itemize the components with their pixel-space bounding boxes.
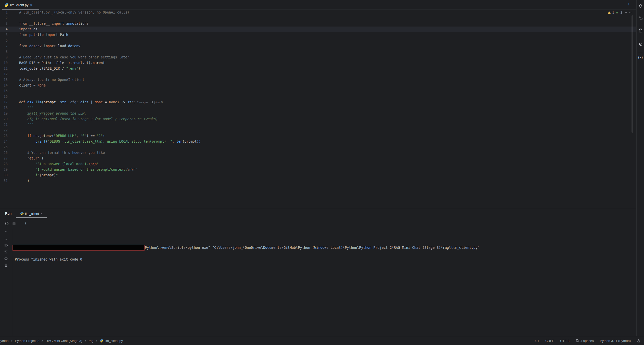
code-line[interactable]: 2 [0,15,636,21]
soft-wrap-icon[interactable] [0,242,12,249]
code-line[interactable]: 4import os [0,27,636,32]
code-line[interactable]: 25 [0,144,636,150]
rerun-button[interactable] [5,221,9,226]
variables-x-icon[interactable]: (x) [637,54,644,61]
editor-scrollbar[interactable] [632,15,633,133]
line-number[interactable]: 22 [0,128,8,133]
run-options-kebab-icon[interactable]: ⋮ [24,221,28,226]
line-number[interactable]: 4 [0,27,8,32]
code-line[interactable]: 16 [0,94,636,100]
code-line[interactable]: 7from dotenv import load_dotenv [0,43,636,49]
run-tab-close-icon[interactable]: × [41,212,43,215]
code-line[interactable]: 26 # You can format this however you lik… [0,150,636,156]
code-line[interactable]: 29 "I would answer based on this prompt/… [0,167,636,172]
broadcast-chat-icon[interactable] [637,14,644,22]
right-tool-stripe: (x) [636,0,644,336]
code-line[interactable]: 30 f"{prompt}" [0,172,636,178]
tab-close-icon[interactable]: × [30,3,32,7]
line-number[interactable]: 12 [0,71,8,77]
next-issue-chevron-down-icon[interactable] [629,11,632,14]
line-number[interactable]: 17 [0,100,8,105]
code-line[interactable]: 6 [0,38,636,43]
line-number[interactable]: 3 [0,21,8,27]
line-number[interactable]: 30 [0,172,8,178]
code-line[interactable]: 5from pathlib import Path [0,32,636,38]
line-number[interactable]: 31 [0,178,8,184]
breadcrumb-item[interactable]: Python Project 2 [15,339,39,343]
code-line[interactable]: 27 return ( [0,156,636,161]
line-number[interactable]: 26 [0,150,8,156]
caret-position-widget[interactable]: 4:1 [535,339,539,343]
code-line[interactable]: 20 cfg is optional (used in Stage 3 for … [0,116,636,122]
line-number[interactable]: 13 [0,77,8,83]
line-number[interactable]: 2 [0,15,8,21]
line-number[interactable]: 23 [0,133,8,139]
code-line[interactable]: 15 [0,88,636,94]
indent-widget[interactable]: 4 spaces [576,339,594,343]
stop-button[interactable] [12,221,16,226]
line-separator-widget[interactable]: CRLF [545,339,554,343]
line-number[interactable]: 16 [0,94,8,100]
code-line[interactable]: 13# Always local: no OpenAI client [0,77,636,83]
editor-tab-bar: llm_client.py × ⋮ [0,0,636,10]
line-number[interactable]: 14 [0,83,8,88]
line-number[interactable]: 18 [0,105,8,111]
code-line[interactable]: 22 [0,128,636,133]
code-line[interactable]: 14client = None [0,83,636,88]
breadcrumb-item[interactable]: Python [0,339,8,343]
code-editor[interactable]: 1# llm_client.py (local-only version, no… [0,10,636,209]
line-number[interactable]: 21 [0,122,8,128]
line-number[interactable]: 19 [0,111,8,116]
breadcrumb-item[interactable]: rag [89,339,94,343]
prev-occurrence-arrow-up-icon[interactable] [0,229,12,235]
code-line[interactable]: 1# llm_client.py (local-only version, no… [0,10,636,15]
services-target-icon[interactable] [637,40,644,48]
code-line[interactable]: 17def ask_llm(prompt: str, cfg: dict | N… [0,100,636,105]
database-icon[interactable] [637,27,644,34]
next-occurrence-arrow-down-icon[interactable] [0,235,12,242]
line-number[interactable]: 27 [0,156,8,161]
breadcrumb-item-file[interactable]: llm_client.py [100,339,123,343]
code-line[interactable]: 3from __future__ import annotations [0,21,636,27]
code-line[interactable]: 10BASE_DIR = Path(__file__).resolve().pa… [0,60,636,66]
code-line[interactable]: 18 """ [0,105,636,111]
breadcrumb-item[interactable]: RAG Mini Chat (Stage 3) [46,339,82,343]
line-number[interactable]: 28 [0,161,8,167]
interpreter-widget[interactable]: Python 3.11 (Python) [600,339,631,343]
line-number[interactable]: 6 [0,38,8,43]
line-number[interactable]: 10 [0,60,8,66]
line-number[interactable]: 24 [0,139,8,144]
line-number[interactable]: 29 [0,167,8,172]
tab-llm-client-py[interactable]: llm_client.py × [2,0,39,10]
breadcrumb[interactable]: Python>Python Project 2>RAG Mini Chat (S… [0,336,123,345]
tab-options-kebab-icon[interactable]: ⋮ [627,2,631,7]
line-number[interactable]: 25 [0,144,8,150]
code-line[interactable]: 19 Small wrapper around the LLM. [0,111,636,116]
line-number[interactable]: 9 [0,55,8,60]
code-line[interactable]: 9# Load .env just in case you want other… [0,55,636,60]
run-tab-llm-client[interactable]: llm_client × [16,209,47,218]
clear-all-trash-icon[interactable] [0,262,12,268]
prev-issue-chevron-up-icon[interactable] [625,11,627,14]
line-number[interactable]: 5 [0,32,8,38]
notifications-bell-icon[interactable] [637,2,644,10]
code-line[interactable]: 24 print("DEBUG (llm_client.ask_llm): us… [0,139,636,144]
code-line[interactable]: 23 if os.getenv("DEBUG_LLM", "0") == "1"… [0,133,636,139]
code-line[interactable]: 8 [0,49,636,55]
scroll-to-end-icon[interactable] [0,249,12,255]
line-number[interactable]: 8 [0,49,8,55]
code-line[interactable]: 21 """ [0,122,636,128]
line-number[interactable]: 1 [0,10,8,15]
inspections-widget[interactable]: 1 2 [608,10,632,15]
code-line[interactable]: 28 "Stub answer (local mode).\n\n" [0,161,636,167]
unlocked-padlock-icon[interactable] [637,339,640,343]
code-line[interactable]: 11load_dotenv(BASE_DIR / ".env") [0,66,636,71]
line-number[interactable]: 11 [0,66,8,71]
encoding-widget[interactable]: UTF-8 [560,339,570,343]
line-number[interactable]: 15 [0,88,8,94]
line-number[interactable]: 7 [0,43,8,49]
code-line[interactable]: 12 [0,71,636,77]
print-icon[interactable] [0,255,12,262]
line-number[interactable]: 20 [0,116,8,122]
code-line[interactable]: 31 ) [0,178,636,184]
